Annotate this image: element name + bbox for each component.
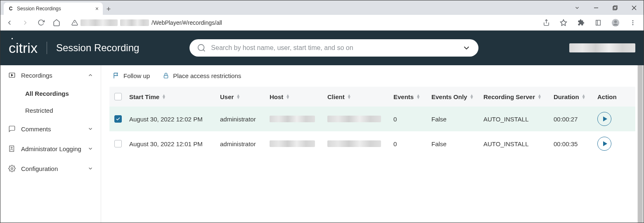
comment-icon <box>8 125 16 133</box>
svg-point-12 <box>632 22 634 23</box>
cell-duration: 00:00:27 <box>554 116 597 123</box>
sort-icon[interactable]: ▲▼ <box>582 94 586 99</box>
chevron-up-icon <box>88 72 93 78</box>
sort-icon[interactable]: ▲▼ <box>286 94 290 99</box>
sidebar-item-recordings[interactable]: Recordings <box>0 65 101 85</box>
address-bar[interactable]: /WebPlayer/#/recordings/all <box>66 17 536 29</box>
cell-start-time: August 30, 2022 12:01 PM <box>129 140 220 147</box>
admin-log-icon <box>8 145 16 153</box>
sidebar-sub-restricted[interactable]: Restricted <box>0 102 101 119</box>
cell-user: administrator <box>220 116 270 123</box>
close-window-button[interactable] <box>625 1 644 14</box>
cell-events-only: False <box>431 140 483 147</box>
col-start-time[interactable]: Start Time▲▼ <box>129 93 220 100</box>
play-button[interactable] <box>597 112 611 126</box>
search-input[interactable] <box>211 44 457 52</box>
col-action: Action <box>597 93 622 100</box>
table-header-row: Start Time▲▼ User▲▼ Host▲▼ Client▲▼ Even… <box>109 87 635 107</box>
col-events-only[interactable]: Events Only▲▼ <box>431 93 483 100</box>
url-host-blurred <box>80 19 118 26</box>
select-all-checkbox[interactable] <box>114 93 122 100</box>
svg-point-11 <box>632 20 634 21</box>
sidebar-item-configuration[interactable]: Configuration <box>0 159 101 178</box>
new-tab-button[interactable]: + <box>103 3 114 15</box>
table-row[interactable]: August 30, 2022 12:01 PM administrator 0… <box>109 131 635 156</box>
sort-icon[interactable]: ▲▼ <box>162 94 166 99</box>
row-checkbox[interactable] <box>114 115 122 123</box>
kebab-menu-icon[interactable] <box>627 17 639 28</box>
place-restrictions-button[interactable]: Place access restrictions <box>161 70 242 81</box>
sidebar-item-label: Administrator Logging <box>21 145 81 152</box>
play-icon <box>603 141 607 146</box>
sort-icon[interactable]: ▲▼ <box>416 94 420 99</box>
svg-rect-1 <box>613 7 616 10</box>
favicon: C <box>8 6 14 12</box>
cell-events: 0 <box>393 116 431 123</box>
sort-icon[interactable]: ▲▼ <box>470 94 474 99</box>
svg-rect-18 <box>9 146 14 152</box>
scrollbar-thumb[interactable] <box>638 65 643 223</box>
minimize-button[interactable] <box>587 1 606 14</box>
tab-dropdown-icon[interactable] <box>568 1 587 14</box>
browser-tab[interactable]: C Session Recordings × <box>4 2 103 15</box>
bookmark-icon[interactable] <box>558 17 569 28</box>
content-area: Recordings All Recordings Restricted Com… <box>0 65 644 223</box>
tab-title: Session Recordings <box>17 6 92 12</box>
svg-rect-21 <box>164 75 168 78</box>
recordings-table: Start Time▲▼ User▲▼ Host▲▼ Client▲▼ Even… <box>109 87 635 156</box>
forward-button[interactable] <box>19 17 31 28</box>
reading-list-icon[interactable] <box>592 17 604 28</box>
home-button[interactable] <box>51 17 62 28</box>
sort-icon[interactable]: ▲▼ <box>347 94 351 99</box>
vertical-scrollbar[interactable] <box>637 65 644 223</box>
share-icon[interactable] <box>540 17 552 28</box>
cell-duration: 00:00:35 <box>554 140 597 147</box>
maximize-button[interactable] <box>606 1 625 14</box>
cell-host-blurred <box>270 140 315 147</box>
cell-user: administrator <box>220 140 270 147</box>
play-icon <box>603 116 607 121</box>
url-segment-blurred <box>120 19 149 26</box>
cell-recording-server: AUTO_INSTALL <box>483 116 554 123</box>
col-user[interactable]: User▲▼ <box>220 93 270 100</box>
gear-icon <box>8 164 16 173</box>
sidebar-item-admin-logging[interactable]: Administrator Logging <box>0 139 101 159</box>
sort-icon[interactable]: ▲▼ <box>537 94 542 99</box>
col-host[interactable]: Host▲▼ <box>270 93 327 100</box>
play-button[interactable] <box>597 137 611 151</box>
cell-start-time: August 30, 2022 12:02 PM <box>129 116 220 123</box>
svg-point-13 <box>632 24 634 25</box>
flag-icon <box>113 72 120 79</box>
cell-recording-server: AUTO_INSTALL <box>483 140 554 147</box>
browser-toolbar: /WebPlayer/#/recordings/all <box>0 15 644 31</box>
cell-host-blurred <box>270 116 315 122</box>
search-bar[interactable] <box>189 39 478 57</box>
sidebar-item-label: Comments <box>21 126 51 133</box>
search-icon <box>197 43 206 52</box>
chevron-down-icon[interactable] <box>462 43 471 52</box>
reload-button[interactable] <box>35 17 47 28</box>
window-controls <box>568 0 644 15</box>
browser-tab-bar: C Session Recordings × + <box>0 0 644 15</box>
back-button[interactable] <box>4 17 15 28</box>
col-duration[interactable]: Duration▲▼ <box>554 93 597 100</box>
close-tab-icon[interactable]: × <box>95 5 99 12</box>
svg-point-14 <box>198 45 204 51</box>
follow-up-button[interactable]: Follow up <box>112 70 151 81</box>
col-client[interactable]: Client▲▼ <box>327 93 393 100</box>
row-checkbox[interactable] <box>114 140 122 147</box>
chevron-down-icon <box>88 146 93 152</box>
col-recording-server[interactable]: Recording Server▲▼ <box>483 93 554 100</box>
sidebar-sub-all-recordings[interactable]: All Recordings <box>0 85 101 102</box>
svg-marker-17 <box>12 74 13 76</box>
sidebar-item-comments[interactable]: Comments <box>0 119 101 139</box>
action-label: Follow up <box>123 72 150 79</box>
cell-client-blurred <box>327 116 381 122</box>
col-events[interactable]: Events▲▼ <box>393 93 431 100</box>
table-row[interactable]: August 30, 2022 12:02 PM administrator 0… <box>109 107 635 131</box>
action-bar: Follow up Place access restrictions <box>101 65 644 87</box>
app-title: Session Recording <box>56 42 139 54</box>
profile-icon[interactable] <box>610 17 621 28</box>
extensions-icon[interactable] <box>575 17 587 28</box>
sort-icon[interactable]: ▲▼ <box>236 94 240 99</box>
